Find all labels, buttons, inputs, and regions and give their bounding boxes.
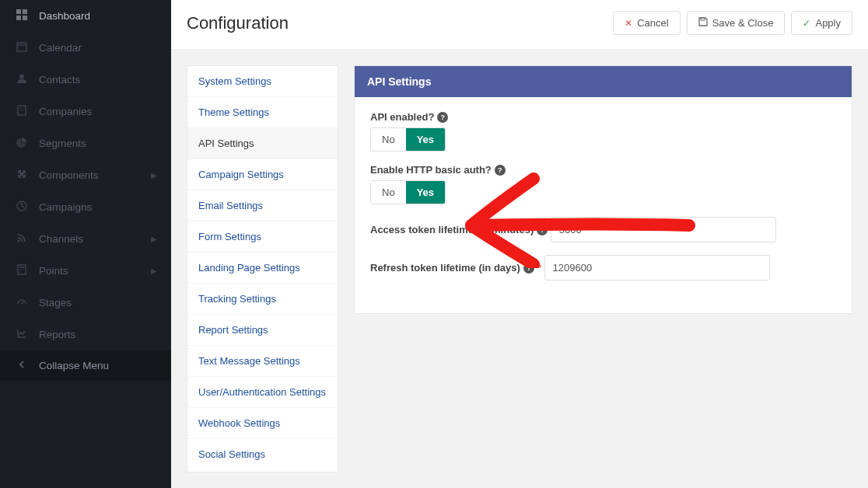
clock-icon [14,200,30,214]
field-api-enabled: API enabled? ? No Yes [370,111,836,152]
submenu-item-api[interactable]: API Settings [187,128,338,159]
sidebar-item-points[interactable]: Points ▶ [0,255,171,287]
chevron-left-icon [14,360,30,371]
sidebar-item-calendar[interactable]: Calendar [0,32,171,64]
basic-auth-toggle: No Yes [370,180,446,204]
svg-rect-4 [17,43,26,51]
svg-rect-7 [18,106,26,115]
sidebar-item-campaigns[interactable]: Campaigns [0,191,171,223]
main-area: Configuration ✕ Cancel Save & Close ✓ Ap… [171,0,868,488]
rss-icon [14,232,30,246]
basic-auth-no[interactable]: No [371,181,406,204]
settings-submenu: System Settings Theme Settings API Setti… [187,65,338,472]
apply-button[interactable]: ✓ Apply [791,11,852,35]
basic-auth-yes[interactable]: Yes [406,181,445,204]
chevron-right-icon: ▶ [151,171,157,180]
topbar: Configuration ✕ Cancel Save & Close ✓ Ap… [171,0,868,50]
sidebar-item-segments[interactable]: Segments [0,127,171,159]
submenu-item-landing[interactable]: Landing Page Settings [187,253,338,284]
sidebar-item-dashboard[interactable]: Dashboard [0,0,171,32]
calculator-icon [14,264,30,277]
chart-icon [14,328,30,341]
page-title: Configuration [187,13,289,33]
submenu-item-webhook[interactable]: Webhook Settings [187,408,338,439]
gauge-icon [14,296,30,309]
user-icon [14,73,30,86]
sidebar-item-stages[interactable]: Stages [0,287,171,319]
submenu-item-email[interactable]: Email Settings [187,190,338,221]
field-label: API enabled? ? [370,111,448,123]
submenu-item-tracking[interactable]: Tracking Settings [187,284,338,315]
svg-rect-0 [16,9,21,14]
save-icon [698,17,708,29]
sidebar-item-contacts[interactable]: Contacts [0,64,171,96]
sidebar-item-label: Dashboard [39,10,157,22]
button-label: Save & Close [712,17,774,29]
submenu-item-system[interactable]: System Settings [187,66,338,97]
sidebar-item-components[interactable]: Components ▶ [0,159,171,191]
panel-body: API enabled? ? No Yes Enable HTTP b [355,97,852,313]
sidebar-item-label: Reports [39,329,157,340]
submenu-item-text[interactable]: Text Message Settings [187,346,338,377]
svg-rect-2 [16,16,21,20]
pie-icon [14,137,30,150]
api-enabled-no[interactable]: No [371,128,406,151]
field-label: Access token lifetime (in minutes) ? [370,224,548,235]
sidebar-item-label: Contacts [39,74,157,85]
svg-point-6 [19,75,24,79]
puzzle-icon [14,169,30,182]
svg-line-19 [22,302,23,304]
grid-icon [14,9,30,23]
api-enabled-toggle: No Yes [370,127,446,152]
svg-point-13 [18,240,20,242]
field-access-token: Access token lifetime (in minutes) ? [370,217,836,242]
field-label: Refresh token lifetime (in days) ? * [370,262,541,274]
field-refresh-token: Refresh token lifetime (in days) ? * [370,255,836,281]
sidebar-item-label: Points [39,265,151,277]
sidebar-item-label: Companies [39,106,157,117]
help-icon[interactable]: ? [537,225,548,235]
sidebar-item-companies[interactable]: Companies [0,96,171,127]
button-label: Apply [815,17,841,29]
content-area: System Settings Theme Settings API Setti… [171,50,868,488]
help-icon[interactable]: ? [437,112,448,123]
save-close-button[interactable]: Save & Close [687,11,786,35]
calendar-icon [14,41,30,54]
check-icon: ✓ [803,18,810,29]
chevron-right-icon: ▶ [151,267,157,275]
panel-title: API Settings [355,66,852,97]
sidebar-collapse-label: Collapse Menu [39,360,157,371]
sidebar-item-label: Calendar [39,42,157,54]
submenu-item-report[interactable]: Report Settings [187,315,338,346]
access-token-input[interactable] [551,217,776,242]
field-basic-auth: Enable HTTP basic auth? ? No Yes [370,164,836,204]
field-label: Enable HTTP basic auth? ? [370,164,506,176]
cancel-button[interactable]: ✕ Cancel [613,11,680,35]
submenu-item-theme[interactable]: Theme Settings [187,97,338,128]
close-icon: ✕ [625,18,632,29]
refresh-token-input[interactable] [544,255,770,281]
sidebar-item-label: Stages [39,297,157,308]
help-icon[interactable]: ? [495,165,506,176]
submenu-item-form[interactable]: Form Settings [187,221,338,253]
svg-rect-3 [23,16,27,20]
help-icon[interactable]: ? [523,263,534,274]
sidebar-collapse-toggle[interactable]: Collapse Menu [0,350,171,381]
submenu-item-userauth[interactable]: User/Authentication Settings [187,377,338,408]
sidebar-item-reports[interactable]: Reports [0,319,171,350]
building-icon [14,105,30,118]
sidebar-item-channels[interactable]: Channels ▶ [0,223,171,255]
sidebar-item-label: Campaigns [39,201,157,213]
api-settings-panel: API Settings API enabled? ? No Yes [354,65,852,314]
button-label: Cancel [637,17,668,29]
action-buttons: ✕ Cancel Save & Close ✓ Apply [613,11,852,35]
api-enabled-yes[interactable]: Yes [406,128,445,151]
sidebar-item-label: Channels [39,233,151,245]
svg-rect-1 [23,9,27,14]
sidebar-item-label: Components [39,169,151,181]
submenu-item-campaign[interactable]: Campaign Settings [187,159,338,190]
required-indicator: * [537,262,541,274]
main-sidebar: Dashboard Calendar Contacts Companies Se… [0,0,171,488]
svg-rect-20 [701,18,705,20]
submenu-item-social[interactable]: Social Settings [187,439,338,469]
